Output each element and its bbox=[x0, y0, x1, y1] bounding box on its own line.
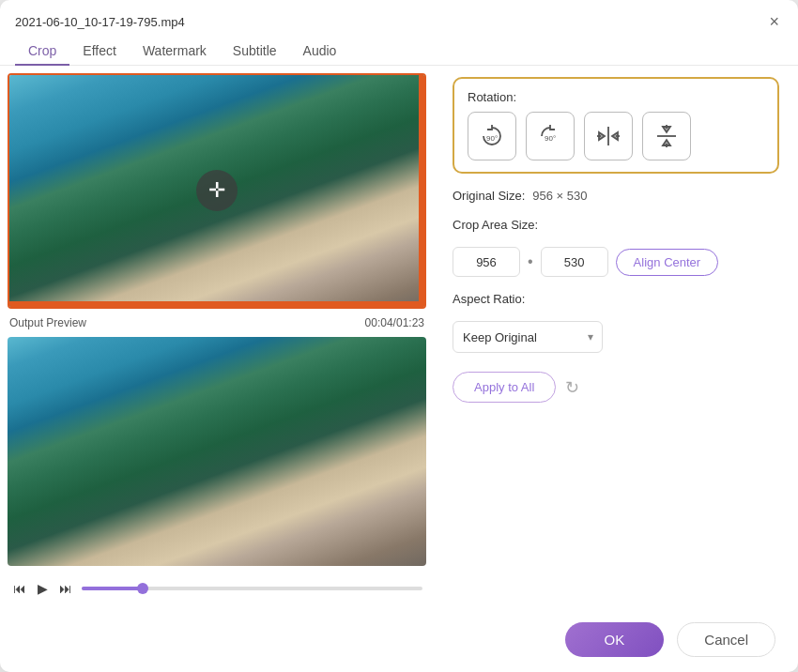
ok-button[interactable]: OK bbox=[565, 622, 665, 657]
close-button[interactable]: × bbox=[765, 11, 783, 32]
rotation-group: Rotation: 90° 90° bbox=[453, 77, 779, 174]
original-size-row: Original Size: 956 × 530 bbox=[453, 189, 779, 203]
bottom-bar: OK Cancel bbox=[0, 613, 798, 672]
content-area: ✛ Output Preview 00:04/01:23 ⏮ ▶ ⏭ bbox=[0, 66, 798, 613]
apply-to-all-button[interactable]: Apply to All bbox=[453, 372, 556, 403]
crop-handle-bottom[interactable] bbox=[9, 301, 424, 307]
crop-area-label: Crop Area Size: bbox=[453, 218, 779, 232]
tab-effect[interactable]: Effect bbox=[69, 38, 130, 66]
dot-separator: • bbox=[528, 253, 533, 270]
move-cursor-icon: ✛ bbox=[196, 170, 238, 211]
tab-crop[interactable]: Crop bbox=[15, 38, 69, 66]
tab-watermark[interactable]: Watermark bbox=[130, 38, 220, 66]
crop-width-input[interactable] bbox=[453, 247, 520, 277]
svg-text:90°: 90° bbox=[486, 134, 498, 143]
skip-forward-button[interactable]: ⏭ bbox=[57, 579, 74, 598]
refresh-icon[interactable]: ↻ bbox=[565, 377, 579, 398]
original-size-label: Original Size: bbox=[453, 189, 525, 203]
rotate-ccw-button[interactable]: 90° bbox=[526, 112, 575, 160]
preview-bottom bbox=[8, 337, 426, 567]
timestamp-label: 00:04/01:23 bbox=[365, 316, 424, 329]
rotation-buttons: 90° 90° bbox=[468, 112, 764, 160]
align-center-button[interactable]: Align Center bbox=[616, 249, 719, 276]
crop-inputs-row: • Align Center bbox=[453, 247, 779, 277]
right-panel: Rotation: 90° 90° bbox=[434, 66, 798, 613]
aspect-ratio-select[interactable]: Keep Original 16:9 4:3 1:1 9:16 Custom bbox=[453, 321, 603, 353]
tab-audio[interactable]: Audio bbox=[290, 38, 350, 66]
filename-label: 2021-06-10_10-17-19-795.mp4 bbox=[15, 15, 185, 29]
title-bar: 2021-06-10_10-17-19-795.mp4 × bbox=[0, 0, 798, 34]
svg-text:90°: 90° bbox=[545, 134, 556, 143]
crop-area-row: Crop Area Size: • Align Center bbox=[453, 218, 779, 277]
preview-label-row: Output Preview 00:04/01:23 bbox=[8, 314, 426, 331]
crop-height-input[interactable] bbox=[541, 247, 608, 277]
play-button[interactable]: ▶ bbox=[36, 579, 50, 598]
rotate-cw-button[interactable]: 90° bbox=[468, 112, 516, 160]
left-panel: ✛ Output Preview 00:04/01:23 ⏮ ▶ ⏭ bbox=[0, 66, 434, 613]
output-preview-label: Output Preview bbox=[9, 316, 86, 329]
playback-controls: ⏮ ▶ ⏭ bbox=[8, 572, 426, 605]
tab-subtitle[interactable]: Subtitle bbox=[220, 38, 290, 66]
preview-top: ✛ bbox=[8, 73, 426, 309]
original-size-value: 956 × 530 bbox=[532, 189, 587, 203]
progress-bar[interactable] bbox=[82, 587, 422, 590]
progress-thumb bbox=[137, 583, 148, 594]
dialog: 2021-06-10_10-17-19-795.mp4 × Crop Effec… bbox=[0, 0, 798, 672]
flip-horizontal-button[interactable] bbox=[584, 112, 633, 160]
video-frame-bottom bbox=[8, 337, 426, 567]
flip-vertical-button[interactable] bbox=[642, 112, 691, 160]
crop-handle-right[interactable] bbox=[419, 75, 424, 307]
aspect-ratio-row: Aspect Ratio: Keep Original 16:9 4:3 1:1… bbox=[453, 292, 779, 353]
cancel-button[interactable]: Cancel bbox=[677, 622, 775, 657]
skip-back-button[interactable]: ⏮ bbox=[11, 579, 28, 598]
rotation-label: Rotation: bbox=[468, 90, 764, 104]
progress-fill bbox=[82, 587, 143, 590]
tab-bar: Crop Effect Watermark Subtitle Audio bbox=[0, 38, 798, 66]
apply-row: Apply to All ↻ bbox=[453, 372, 779, 403]
aspect-ratio-label: Aspect Ratio: bbox=[453, 292, 779, 306]
aspect-select-wrapper: Keep Original 16:9 4:3 1:1 9:16 Custom ▾ bbox=[453, 321, 603, 353]
